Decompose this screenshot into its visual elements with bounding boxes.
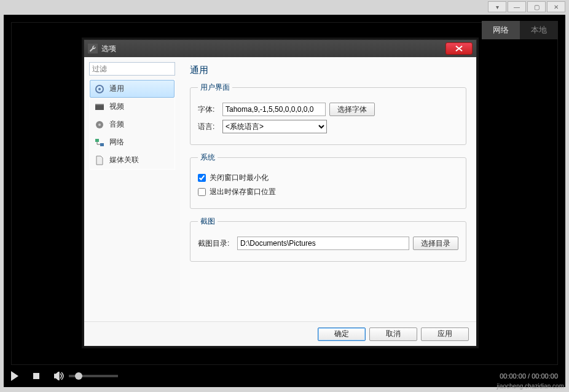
dialog-title: 选项 (101, 44, 116, 54)
choose-font-button[interactable]: 选择字体 (329, 103, 375, 116)
sidebar-item-label: 通用 (109, 84, 124, 94)
font-label: 字体: (198, 104, 219, 115)
sidebar-item-label: 媒体关联 (109, 155, 139, 165)
content-panel: 通用 用户界面 字体: 选择字体 语言: <系统语言> 系统 (180, 57, 476, 321)
watermark: jiaocheng.chazidian.com (496, 383, 564, 390)
file-icon (95, 155, 104, 165)
minimize-on-close-checkbox[interactable] (198, 174, 206, 182)
svg-point-5 (98, 123, 101, 126)
window-controls: ▾ ― ▢ ✕ (488, 1, 565, 12)
stop-icon[interactable] (33, 373, 39, 379)
network-icon (95, 138, 104, 147)
minimize-button[interactable]: ― (508, 1, 526, 12)
dialog-close-button[interactable] (445, 42, 473, 55)
cancel-button[interactable]: 取消 (369, 327, 417, 341)
choose-dir-button[interactable]: 选择目录 (413, 237, 458, 250)
filter-input[interactable] (89, 62, 175, 76)
font-field[interactable] (222, 103, 326, 116)
sidebar-item-association[interactable]: 媒体关联 (90, 151, 175, 169)
dialog-footer: 确定 取消 应用 (84, 321, 476, 346)
sidebar-item-video[interactable]: 视频 (90, 98, 175, 116)
group-system: 系统 关闭窗口时最小化 退出时保存窗口位置 (190, 152, 466, 209)
svg-rect-3 (95, 104, 104, 105)
options-dialog: 选项 通用 视频 音频 (84, 39, 477, 347)
minimize-on-close-label: 关闭窗口时最小化 (210, 173, 269, 183)
sidebar: 通用 视频 音频 网络 媒体关联 (84, 57, 180, 321)
tab-local[interactable]: 本地 (520, 21, 558, 39)
wrench-icon (88, 44, 98, 53)
screenshot-dir-label: 截图目录: (198, 238, 233, 249)
svg-rect-7 (100, 143, 104, 146)
audio-icon (95, 120, 104, 130)
player-controls: 00:00:00 / 00:00:00 (4, 365, 565, 387)
sidebar-item-general[interactable]: 通用 (90, 80, 175, 98)
sidebar-item-audio[interactable]: 音频 (90, 116, 175, 133)
svg-point-1 (98, 88, 101, 90)
pin-button[interactable]: ▾ (488, 1, 506, 12)
maximize-button[interactable]: ▢ (527, 1, 546, 12)
time-display: 00:00:00 / 00:00:00 (500, 372, 558, 380)
svg-rect-6 (95, 139, 99, 142)
sidebar-item-network[interactable]: 网络 (90, 133, 175, 151)
play-icon[interactable] (11, 371, 18, 381)
tab-network[interactable]: 网络 (482, 21, 520, 39)
screenshot-dir-field[interactable] (237, 237, 409, 250)
sidebar-item-label: 视频 (109, 101, 124, 112)
apply-button[interactable]: 应用 (421, 327, 469, 341)
titlebar[interactable]: 选项 (84, 40, 476, 57)
language-select[interactable]: <系统语言> (222, 120, 327, 133)
group-screenshot: 截图 截图目录: 选择目录 (190, 216, 466, 262)
group-screenshot-legend: 截图 (198, 216, 218, 227)
page-title: 通用 (190, 65, 466, 76)
group-ui-legend: 用户界面 (198, 82, 232, 93)
close-icon (455, 45, 463, 52)
group-system-legend: 系统 (198, 152, 218, 163)
sidebar-item-label: 网络 (109, 137, 124, 147)
lang-label: 语言: (198, 122, 219, 132)
save-position-label: 退出时保存窗口位置 (210, 187, 276, 197)
gear-icon (95, 84, 104, 94)
volume-icon[interactable] (54, 372, 64, 380)
volume-slider[interactable] (69, 375, 118, 377)
close-button[interactable]: ✕ (547, 1, 565, 12)
video-icon (95, 102, 104, 112)
save-position-checkbox[interactable] (198, 188, 206, 196)
group-ui: 用户界面 字体: 选择字体 语言: <系统语言> (190, 82, 466, 145)
top-tabs: 网络 本地 (482, 21, 558, 39)
ok-button[interactable]: 确定 (318, 327, 366, 341)
sidebar-item-label: 音频 (109, 119, 124, 130)
